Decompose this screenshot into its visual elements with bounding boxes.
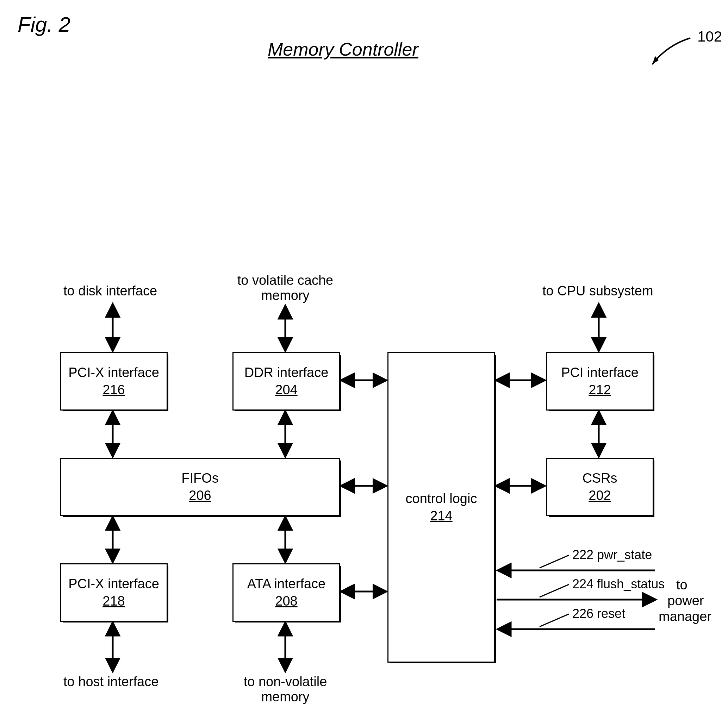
arrows-layer: [0, 0, 728, 726]
diagram-canvas: Fig. 2 Memory Controller 102 PCI-X inter…: [0, 0, 728, 726]
